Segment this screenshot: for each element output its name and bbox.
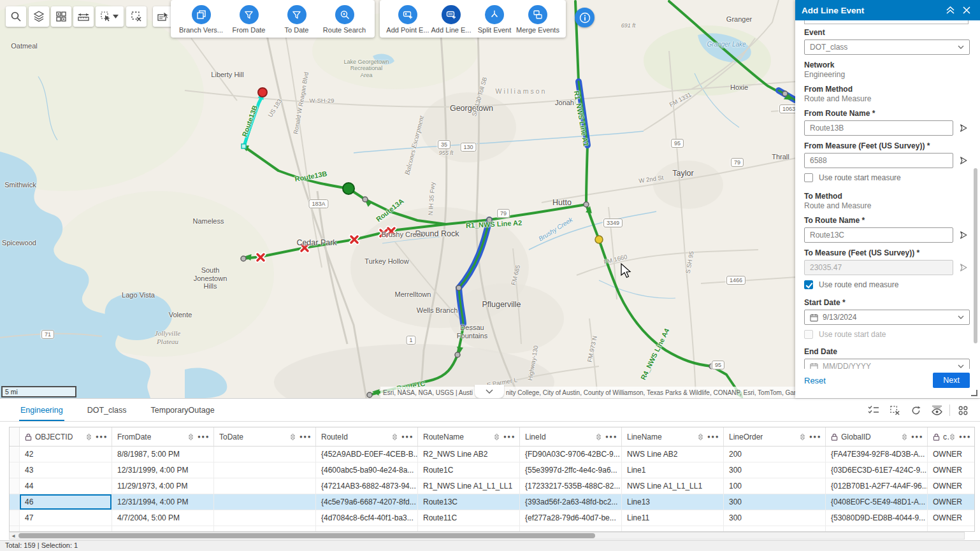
column-menu-button[interactable]: ●●●	[299, 434, 312, 440]
table-cell[interactable]	[214, 494, 316, 510]
tab-engineering[interactable]: Engineering	[19, 400, 64, 420]
checkbox[interactable]	[804, 173, 813, 182]
from-measure-map-picker-button[interactable]	[957, 154, 970, 167]
layers-button[interactable]	[29, 6, 49, 27]
column-header-routeid[interactable]: RouteId●●●	[316, 427, 418, 446]
table-cell[interactable]: OWNER	[928, 510, 975, 526]
table-cell[interactable]: 300	[724, 494, 826, 510]
table-row[interactable]: 4312/31/1999, 4:00 PM{4600abc5-ba90-4e24…	[10, 462, 974, 478]
table-cell[interactable]	[214, 478, 316, 494]
table-cell[interactable]: {4600abc5-ba90-4e24-8a...	[316, 462, 418, 478]
to-route-map-picker-button[interactable]	[957, 229, 970, 241]
info-button[interactable]	[575, 8, 594, 27]
table-row[interactable]: 4411/29/1973, 4:00 PM{47214AB3-6882-4873…	[10, 478, 974, 494]
table-cell[interactable]: Route11C	[418, 510, 520, 526]
use-route-start-measure-checkbox[interactable]: Use route start measure	[804, 173, 970, 182]
measure-button[interactable]	[73, 6, 94, 27]
table-cell[interactable]: {03D6EC3D-61E7-424C-9...	[826, 462, 928, 478]
panel-close-button[interactable]	[960, 3, 974, 17]
table-row[interactable]: 4612/31/1994, 4:00 PM{4c5e79a6-6687-4207…	[10, 494, 974, 510]
table-cell[interactable]: 43	[20, 462, 112, 478]
toolbar-add-line-event[interactable]: Add Line E...	[429, 5, 473, 34]
table-cell[interactable]: Route13C	[418, 494, 520, 510]
column-menu-button[interactable]: ●●●	[198, 434, 210, 440]
sort-icon[interactable]	[698, 433, 703, 441]
column-header-globalid[interactable]: GlobalID●●●	[826, 427, 928, 446]
sort-icon[interactable]	[494, 433, 500, 441]
refresh-button[interactable]	[907, 402, 924, 419]
attribution-collapse-button[interactable]	[475, 385, 504, 398]
table-cell[interactable]: 42	[20, 447, 112, 462]
table-cell[interactable]: {012B70B1-A2F7-4A4F-96...	[826, 478, 928, 494]
table-cell[interactable]: {FA47E394-92F8-4D3B-A...	[826, 447, 928, 462]
to-route-name-input[interactable]: Route13C	[804, 227, 953, 243]
table-cell[interactable]: {393ad56f-2a63-48fd-bc2...	[520, 494, 622, 510]
table-cell[interactable]: 200	[724, 447, 826, 462]
table-options-button[interactable]	[955, 402, 971, 419]
horizontal-scroll-thumb[interactable]	[18, 533, 595, 538]
table-cell[interactable]: OWNER	[928, 494, 975, 510]
column-header-todate[interactable]: ToDate●●●	[214, 427, 316, 446]
column-menu-button[interactable]: ●●●	[503, 434, 515, 440]
table-cell[interactable]: NWS Line AB2	[622, 447, 724, 462]
table-cell[interactable]: 11/29/1973, 4:00 PM	[112, 478, 214, 494]
table-cell[interactable]: 12/31/1994, 4:00 PM	[112, 494, 214, 510]
column-menu-button[interactable]: ●●●	[401, 434, 414, 440]
column-menu-button[interactable]: ●●●	[605, 434, 617, 440]
table-horizontal-scrollbar[interactable]: ◄	[9, 532, 965, 540]
table-cell[interactable]: {0408E0FC-5E49-48D1-A...	[826, 494, 928, 510]
tab-dot-class[interactable]: DOT_class	[86, 400, 128, 420]
table-cell[interactable]: {452A9ABD-E0EF-4CEB-B...	[316, 447, 418, 462]
reset-button[interactable]: Reset	[804, 376, 826, 385]
end-date-input[interactable]: MM/DD/YYYY	[804, 359, 970, 369]
use-route-end-measure-checkbox[interactable]: Use route end measure	[804, 280, 970, 289]
sort-icon[interactable]	[949, 433, 955, 441]
table-cell[interactable]: 8/8/1987, 5:00 PM	[112, 447, 214, 462]
sort-icon[interactable]	[902, 433, 907, 441]
table-cell[interactable]	[214, 462, 316, 478]
table-cell[interactable]: {FD90A03C-9706-42BC-9...	[520, 447, 622, 462]
clear-selection-button[interactable]	[126, 6, 147, 27]
column-header-routename[interactable]: RouteName●●●	[418, 427, 520, 446]
column-header-linename[interactable]: LineName●●●	[622, 427, 724, 446]
table-cell[interactable]: 300	[724, 462, 826, 478]
table-cell[interactable]: 44	[20, 478, 112, 494]
table-cell[interactable]: Line11	[622, 510, 724, 526]
table-cell[interactable]: 46	[20, 494, 112, 510]
from-measure-input[interactable]: 6588	[804, 153, 953, 168]
toolbar-merge-events[interactable]: Merge Events	[516, 5, 559, 34]
column-menu-button[interactable]: ●●●	[809, 434, 821, 440]
table-row[interactable]: 474/7/2004, 5:00 PM{4d7084c8-6cf4-40f1-b…	[10, 510, 974, 526]
start-date-input[interactable]: 9/13/2024	[804, 310, 970, 325]
toolbar-to-date[interactable]: To Date	[274, 5, 320, 34]
sort-icon[interactable]	[188, 433, 194, 441]
from-route-map-picker-button[interactable]	[957, 122, 970, 134]
column-header-objectid[interactable]: OBJECTID●●●	[20, 427, 112, 446]
table-cell[interactable]: Line1	[622, 462, 724, 478]
table-cell[interactable]: {53080D9D-ED8B-4044-9...	[826, 510, 928, 526]
table-cell[interactable]: 4/7/2004, 5:00 PM	[112, 510, 214, 526]
column-menu-button[interactable]: ●●●	[96, 434, 108, 440]
table-cell[interactable]: R2_NWS Line AB2	[418, 447, 520, 462]
sort-icon[interactable]	[800, 433, 805, 441]
table-cell[interactable]: OWNER	[928, 462, 975, 478]
panel-collapse-button[interactable]	[943, 3, 957, 17]
column-menu-button[interactable]: ●●●	[959, 434, 971, 440]
checkbox-checked[interactable]	[804, 280, 813, 289]
table-cell[interactable]: OWNER	[928, 478, 975, 494]
sort-icon[interactable]	[290, 433, 296, 441]
table-cell[interactable]: 100	[724, 478, 826, 494]
event-select[interactable]: DOT_class	[804, 39, 970, 55]
sort-icon[interactable]	[86, 433, 92, 441]
panel-scrollbar[interactable]	[973, 47, 978, 353]
toolbar-from-date[interactable]: From Date	[226, 5, 272, 34]
column-header-lineorder[interactable]: LineOrder●●●	[724, 427, 826, 446]
column-menu-button[interactable]: ●●●	[707, 434, 719, 440]
column-menu-button[interactable]: ●●●	[911, 434, 923, 440]
table-cell[interactable]: NWS Line A1_L1_LL1	[622, 478, 724, 494]
table-cell[interactable]: Line13	[622, 494, 724, 510]
table-cell[interactable]: 12/31/1999, 4:00 PM	[112, 462, 214, 478]
panel-resize-handle[interactable]	[971, 390, 977, 396]
table-cell[interactable]: {55e3997d-2ffc-4e4c-9a6...	[520, 462, 622, 478]
sort-icon[interactable]	[392, 433, 398, 441]
